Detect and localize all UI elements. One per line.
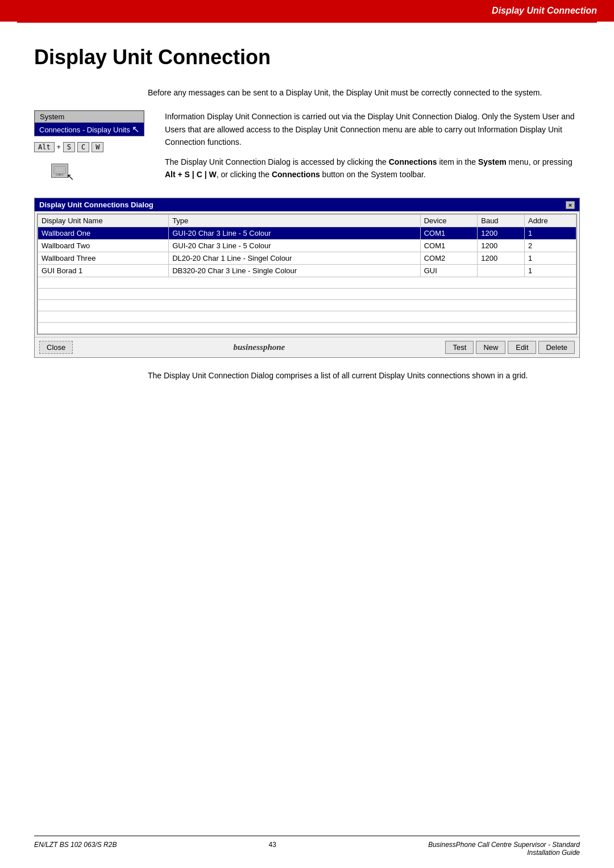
col-type: Type — [169, 215, 420, 227]
table-body: Wallboard One GUI-20 Char 3 Line - 5 Col… — [38, 227, 576, 334]
cell-name: GUI Borad 1 — [38, 265, 169, 277]
cell-type: GUI-20 Char 3 Line - 5 Colour — [169, 227, 420, 240]
connections-bold-2: Connections — [272, 170, 320, 179]
shortcut-bold: Alt + S | C | W — [165, 170, 217, 179]
table-row[interactable]: Wallboard Three DL20-20 Char 1 Line - Si… — [38, 252, 576, 265]
cell-type: GUI-20 Char 3 Line - 5 Colour — [169, 240, 420, 252]
close-button[interactable]: Close — [39, 341, 73, 354]
col-baud: Baud — [478, 215, 525, 227]
page-title: Display Unit Connection — [0, 23, 614, 86]
cell-address: 2 — [524, 240, 576, 252]
menu-item-connections: Connections - Display Units ↖ — [35, 123, 144, 136]
dialog-title: Display Unit Connections Dialog — [39, 201, 154, 209]
header-bar: Display Unit Connection — [0, 0, 614, 22]
toolbar-area: ↖ — [51, 158, 68, 178]
brand-phone: phone — [263, 343, 285, 352]
connections-table: Display Unit Name Type Device Baud Addre… — [38, 214, 576, 334]
col-device: Device — [420, 215, 478, 227]
intro-paragraph-2: Information Display Unit Connection is c… — [165, 110, 580, 148]
after-dialog-text: The Display Unit Connection Dialog compr… — [148, 369, 580, 382]
menu-item-system: System — [35, 111, 144, 123]
delete-button[interactable]: Delete — [538, 341, 575, 354]
svg-rect-5 — [59, 174, 61, 176]
system-bold: System — [478, 157, 507, 166]
cell-name: Wallboard Two — [38, 240, 169, 252]
cell-device: GUI — [420, 265, 478, 277]
cell-type: DL20-20 Char 1 Line - Singel Colour — [169, 252, 420, 265]
dialog-close-icon[interactable]: × — [566, 201, 575, 209]
cell-baud: 1200 — [478, 240, 525, 252]
dialog-titlebar: Display Unit Connections Dialog × — [35, 198, 579, 211]
dialog-buttons-bar: Close businessphone Test New Edit Delete — [35, 337, 579, 357]
cell-baud: 1200 — [478, 227, 525, 240]
toolbar-connections-icon — [51, 164, 68, 178]
cell-address: 1 — [524, 227, 576, 240]
key-s: S — [63, 142, 75, 152]
col-address: Addre — [524, 215, 576, 227]
page-number: 43 — [269, 841, 276, 849]
content-area: Before any messages can be sent to a Dis… — [0, 86, 614, 382]
display-unit-connections-dialog: Display Unit Connections Dialog × Displa… — [34, 198, 580, 358]
page-footer: EN/LZT BS 102 063/S R2B 43 BusinessPhone… — [34, 836, 580, 857]
test-button[interactable]: Test — [445, 341, 474, 354]
cell-device: COM2 — [420, 252, 478, 265]
intro-paragraph-1: Before any messages can be sent to a Dis… — [148, 86, 580, 99]
cell-device: COM1 — [420, 227, 478, 240]
keyboard-shortcut: Alt + S C W — [34, 142, 148, 152]
cell-address: 1 — [524, 252, 576, 265]
key-c: C — [77, 142, 89, 152]
table-header: Display Unit Name Type Device Baud Addre — [38, 215, 576, 227]
cell-address: 1 — [524, 265, 576, 277]
col-display-unit-name: Display Unit Name — [38, 215, 169, 227]
footer-right-line2: Installation Guide — [428, 849, 580, 857]
connections-bold: Connections — [389, 157, 437, 166]
footer-center: 43 — [269, 841, 276, 857]
cell-name: Wallboard One — [38, 227, 169, 240]
cell-device: COM1 — [420, 240, 478, 252]
table-row-empty — [38, 311, 576, 323]
table-row[interactable]: GUI Borad 1 DB320-20 Char 3 Line - Singl… — [38, 265, 576, 277]
footer-right-line1: BusinessPhone Call Centre Supervisor - S… — [428, 841, 580, 849]
table-header-row: Display Unit Name Type Device Baud Addre — [38, 215, 576, 227]
footer-right: BusinessPhone Call Centre Supervisor - S… — [428, 841, 580, 857]
table-row-empty — [38, 277, 576, 289]
access-description: The Display Unit Connection Dialog is ac… — [165, 156, 580, 181]
edit-button[interactable]: Edit — [508, 341, 536, 354]
brand-logo: businessphone — [75, 343, 443, 352]
illustration-description: Information Display Unit Connection is c… — [165, 110, 580, 181]
table-row-empty — [38, 323, 576, 334]
dialog-content: Display Unit Name Type Device Baud Addre… — [37, 214, 577, 335]
cell-name: Wallboard Three — [38, 252, 169, 265]
cell-baud — [478, 265, 525, 277]
menu-box: System Connections - Display Units ↖ — [34, 110, 144, 136]
cursor-arrow-icon: ↖ — [67, 172, 74, 182]
table-row-empty — [38, 300, 576, 311]
table-row-empty — [38, 289, 576, 300]
illustration-section: System Connections - Display Units ↖ Alt… — [34, 110, 580, 181]
key-w: W — [92, 142, 103, 152]
footer-left: EN/LZT BS 102 063/S R2B — [34, 841, 117, 857]
menu-illustration: System Connections - Display Units ↖ Alt… — [34, 110, 148, 178]
header-title: Display Unit Connection — [492, 6, 597, 15]
cursor-icon: ↖ — [132, 124, 139, 135]
new-button[interactable]: New — [476, 341, 505, 354]
cell-baud: 1200 — [478, 252, 525, 265]
svg-rect-1 — [55, 168, 64, 172]
cell-type: DB320-20 Char 3 Line - Single Colour — [169, 265, 420, 277]
plus-sign: + — [57, 143, 61, 151]
brand-business: business — [233, 343, 263, 352]
table-row[interactable]: Wallboard One GUI-20 Char 3 Line - 5 Col… — [38, 227, 576, 240]
table-row[interactable]: Wallboard Two GUI-20 Char 3 Line - 5 Col… — [38, 240, 576, 252]
key-alt: Alt — [34, 142, 55, 152]
